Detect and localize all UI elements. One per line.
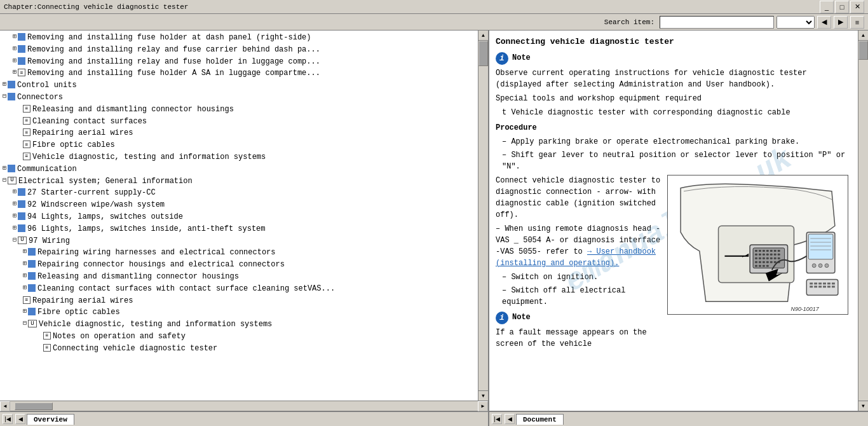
svg-rect-10 [778,249,780,251]
tree-item[interactable]: ⊞ Cleaning contact surfaces with contact… [0,283,478,295]
menu-btn[interactable]: ≡ [850,16,864,29]
nav-first-btn[interactable]: |◀ [3,414,13,424]
tree-item-label: Repairing aerial wires [32,128,133,139]
expand-icon: ⊟ [3,176,6,185]
procedure-heading: Procedure [496,122,851,134]
tree-item[interactable]: ≡ Cleaning contact surfaces [0,116,478,128]
tree-item[interactable]: ⊞ 94 Lights, lamps, switches outside [0,211,478,223]
tree-item[interactable]: ≡ Notes on operation and safety [0,331,478,343]
tree-item[interactable]: ⊞ 92 Windscreen wipe/wash system [0,199,478,211]
maximize-btn[interactable]: □ [835,1,849,13]
scroll-up-btn[interactable]: ▲ [478,31,488,41]
svg-rect-58 [827,285,831,287]
connect-text: Connect vehicle diagnostic tester to dia… [496,175,661,221]
tree-item[interactable]: ⊟ U 97 Wiring [0,235,478,247]
right-scrollbar[interactable]: ▲ ▼ [858,31,868,411]
tree-item[interactable]: ⊟ U Electrical system; General informati… [0,175,478,188]
tree-item-label: 97 Wiring [29,236,70,247]
expand-icon: ⊞ [23,259,27,268]
svg-rect-35 [766,265,769,266]
tree-item[interactable]: ⊞ Repairing wiring harnesses and electri… [0,247,478,259]
svg-rect-5 [759,249,761,251]
doc-title: Connecting vehicle diagnostic tester [496,36,851,48]
search-next-btn[interactable]: ▶ [834,16,848,29]
note-text-2: If a fault message appears on the screen… [496,327,661,350]
tree-item[interactable]: ⊞ Control units [0,79,478,92]
tree-container: ⊞ Removing and installing fuse holder at… [0,32,488,399]
left-scrollbar[interactable]: ▲ ▼ [478,31,488,401]
tree-item-label: Electrical system; General information [18,176,193,187]
svg-rect-29 [770,261,773,263]
tree-item[interactable]: ≡ Releasing and dismantling connector ho… [0,104,478,116]
tree-item-label: Communication [17,164,77,175]
svg-rect-21 [766,257,769,259]
svg-rect-15 [770,253,773,255]
tree-item[interactable]: ≡ Vehicle diagnostic, testing and inform… [0,151,478,163]
tree-item[interactable]: ⊞ Communication [0,163,478,175]
tree-item[interactable]: ⊞ 27 Starter-current supply-CC [0,187,478,199]
search-input[interactable] [660,16,774,29]
document-tab[interactable]: Document [516,414,564,425]
expand-icon: ⊞ [13,32,17,41]
scroll-down-btn[interactable]: ▼ [478,390,488,401]
svg-rect-57 [823,285,826,287]
book-icon: U [8,177,17,184]
svg-rect-26 [759,261,761,263]
tree-item-label: Releasing and dismantling connector hous… [32,104,234,115]
tree-item[interactable]: ⊞ Removing and installing relay and fuse… [0,44,478,56]
tree-item[interactable]: ≡ Repairing aerial wires [0,127,478,139]
right-nav-first-btn[interactable]: |◀ [492,414,502,424]
minimize-btn[interactable]: _ [820,1,834,13]
svg-rect-18 [755,257,757,259]
svg-rect-24 [778,257,780,259]
expand-icon: ⊞ [13,224,17,233]
tree-item-label: 96 Lights, lamps, switches inside, anti-… [27,224,265,235]
tree-item[interactable]: ⊞ Removing and installing relay and fuse… [0,56,478,68]
tree-item[interactable]: ⊞ Fibre optic cables [0,306,478,319]
tree-item[interactable]: ⊟ Connectors [0,92,478,104]
svg-rect-30 [774,261,776,263]
svg-rect-16 [774,253,776,255]
hscroll-left-btn[interactable]: ◀ [0,401,10,411]
right-scroll-thumb[interactable] [858,41,868,60]
overview-tab[interactable]: Overview [27,414,74,425]
hscroll-thumb[interactable] [15,402,53,410]
svg-rect-59 [832,285,835,287]
page-icon: ≡ [18,69,25,76]
tree-item[interactable]: ≡ Repairing aerial wires [0,295,478,307]
tree-item[interactable]: ≡ Fibre optic cables [0,139,478,151]
close-btn[interactable]: ✕ [850,1,864,13]
text-col: Connect vehicle diagnostic tester to dia… [496,175,661,352]
expand-icon: ⊟ [23,319,27,328]
page-icon: ≡ [23,117,31,125]
step-4: – When using remote diagnosis head -VAS … [496,223,661,269]
right-scroll-down-btn[interactable]: ▼ [858,401,868,411]
tree-item[interactable]: ⊞ Repairing connector housings and elect… [0,259,478,271]
tree-item-label: Removing and installing relay and fuse h… [27,57,320,67]
hscroll-right-btn[interactable]: ▶ [478,401,488,411]
svg-point-46 [825,263,829,267]
tree-item[interactable]: ⊞ Releasing and dismantling connector ho… [0,271,478,283]
search-prev-btn[interactable]: ◀ [817,16,831,29]
note-box-2: i Note [496,312,661,324]
tree-item[interactable]: ⊞ Removing and installing fuse holder at… [0,32,478,44]
tree-item[interactable]: ⊞ 96 Lights, lamps, switches inside, ant… [0,223,478,235]
blue-diamond-icon [8,165,15,172]
page-icon: ≡ [23,153,31,160]
scroll-thumb[interactable] [478,41,488,66]
page-icon: ≡ [23,141,31,148]
nav-prev-btn[interactable]: ◀ [15,414,25,424]
tree-item-label: Connectors [17,92,63,103]
page-icon: ≡ [23,296,31,304]
svg-rect-48 [810,282,813,284]
tree-item[interactable]: ⊟ U Vehicle diagnostic, testing and info… [0,319,478,331]
page-icon: ≡ [23,128,31,136]
right-scroll-up-btn[interactable]: ▲ [858,31,868,41]
search-dropdown[interactable] [776,16,815,29]
tree-item[interactable]: ⊞ ≡ Removing and installing fuse holder … [0,67,478,79]
tree-item-active[interactable]: ≡ Connecting vehicle diagnostic tester [0,343,478,355]
expand-icon: ⊞ [13,45,17,53]
svg-rect-7 [766,249,769,251]
svg-rect-50 [818,282,822,284]
right-nav-prev-btn[interactable]: ◀ [505,414,515,424]
